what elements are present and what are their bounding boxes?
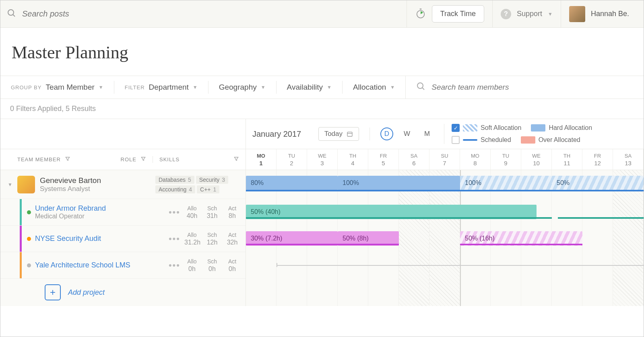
- topbar: Track Time ? Support ▼ Hannah Be.: [0, 0, 644, 28]
- filter-icon[interactable]: [233, 156, 239, 163]
- today-button[interactable]: Today: [318, 127, 359, 141]
- view-month-button[interactable]: M: [421, 127, 433, 140]
- project-link[interactable]: Under Armor Rebrand: [35, 204, 165, 213]
- timer-icon: [415, 8, 426, 21]
- results-summary: 0 Filters Applied, 5 Results: [0, 99, 644, 119]
- more-icon[interactable]: •••: [165, 260, 184, 271]
- soft-allocation-checkbox[interactable]: ✓: [452, 124, 460, 132]
- day-header: TU9: [491, 149, 521, 170]
- allocation-bar[interactable]: 100%: [460, 176, 552, 190]
- chevron-down-icon: ▼: [548, 11, 553, 17]
- user-avatar: [569, 6, 585, 22]
- chevron-down-icon: ▼: [390, 84, 395, 90]
- skill-tag[interactable]: Security3: [196, 176, 228, 184]
- day-header: SA13: [613, 149, 644, 170]
- more-icon[interactable]: •••: [165, 207, 184, 218]
- day-header: TH11: [552, 149, 582, 170]
- member-name: Genevieve Barton: [40, 176, 151, 185]
- project-link[interactable]: NYSE Security Audit: [35, 234, 165, 243]
- legend: ✓Soft Allocation Hard Allocation Schedul…: [444, 124, 637, 144]
- day-header: SU7: [429, 149, 460, 170]
- search-icon: [7, 8, 17, 20]
- filter-allocation[interactable]: Allocation ▼: [353, 83, 405, 92]
- allocation-bar[interactable]: 80%: [246, 176, 338, 190]
- member-row: ▼ Genevieve Barton Systems Analyst Datab…: [0, 170, 246, 199]
- allocation-bar[interactable]: 50%: [552, 176, 644, 190]
- chevron-down-icon: ▼: [99, 84, 103, 90]
- filter-availability[interactable]: Availability ▼: [287, 83, 342, 92]
- day-header: SA6: [399, 149, 429, 170]
- help-icon: ?: [501, 9, 511, 19]
- allocation-bar[interactable]: 100%: [338, 176, 460, 190]
- skill-tag[interactable]: C++1: [197, 185, 219, 193]
- status-dot: [27, 237, 31, 241]
- day-header: TU2: [277, 149, 307, 170]
- day-header: WE3: [307, 149, 338, 170]
- project-row: NYSE Security Audit ••• Allo31.2h Sch12h…: [0, 226, 246, 252]
- project-link[interactable]: Yale Architecture School LMS: [35, 261, 165, 269]
- svg-rect-3: [419, 8, 421, 9]
- svg-line-5: [422, 88, 424, 90]
- svg-point-4: [417, 83, 423, 88]
- day-header: MO1: [246, 149, 277, 170]
- status-dot: [27, 210, 31, 214]
- filter-icon[interactable]: [140, 156, 146, 163]
- support-menu[interactable]: ? Support ▼: [492, 0, 561, 27]
- day-header: FR12: [582, 149, 613, 170]
- chevron-down-icon: ▼: [193, 84, 198, 90]
- filter-department[interactable]: FILTER Department ▼: [125, 83, 208, 92]
- add-project-label[interactable]: Add project: [68, 288, 105, 297]
- day-header: TH4: [338, 149, 368, 170]
- project-row: Under Armor Rebrand Medical Operator •••…: [0, 199, 246, 226]
- month-label: January 2017: [252, 129, 301, 139]
- filter-geography[interactable]: Geography ▼: [219, 83, 276, 92]
- chevron-down-icon: ▼: [327, 84, 332, 90]
- user-menu[interactable]: Hannah Be.: [561, 0, 637, 27]
- skill-tag[interactable]: Databases5: [155, 176, 194, 184]
- skill-tag[interactable]: Accounting4: [155, 185, 195, 193]
- day-header: FR5: [368, 149, 399, 170]
- filter-bar: GROUP BY Team Member ▼ FILTER Department…: [0, 76, 644, 99]
- chevron-down-icon: ▼: [261, 84, 266, 90]
- page-title: Master Planning: [0, 28, 644, 76]
- filter-icon[interactable]: [65, 156, 70, 163]
- more-icon[interactable]: •••: [165, 234, 184, 244]
- search-posts-input[interactable]: [22, 9, 183, 18]
- svg-line-1: [13, 14, 15, 16]
- status-dot: [27, 263, 31, 267]
- project-row: Yale Architecture School LMS ••• Allo0h …: [0, 252, 246, 279]
- view-week-button[interactable]: W: [400, 127, 413, 140]
- search-members-input[interactable]: [431, 83, 528, 92]
- search-icon: [416, 82, 426, 93]
- view-day-button[interactable]: D: [380, 127, 393, 140]
- svg-rect-6: [347, 132, 352, 136]
- track-time-button[interactable]: Track Time: [432, 5, 484, 23]
- member-avatar: [17, 176, 35, 193]
- member-role: Systems Analyst: [40, 185, 151, 193]
- scheduled-checkbox[interactable]: [452, 136, 460, 144]
- day-header: WE10: [521, 149, 552, 170]
- day-header: MO8: [460, 149, 491, 170]
- collapse-toggle[interactable]: ▼: [8, 182, 12, 187]
- group-by-dropdown[interactable]: GROUP BY Team Member ▼: [11, 83, 114, 92]
- calendar-icon: [347, 131, 353, 137]
- svg-point-0: [8, 10, 14, 15]
- add-project-button[interactable]: +: [45, 284, 61, 300]
